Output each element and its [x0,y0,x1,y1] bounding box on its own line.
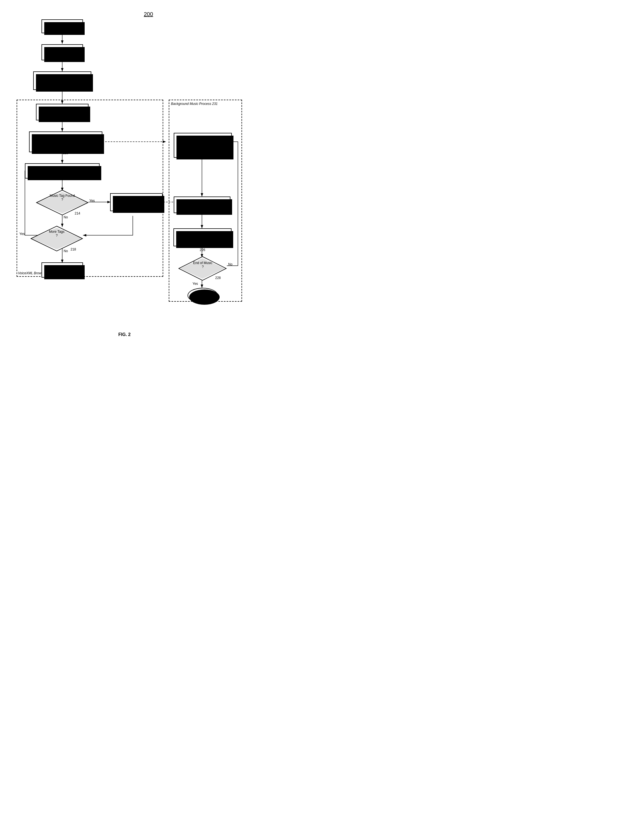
tag-reached-box: Tag Reached / Prompt Played 212 [25,163,100,179]
yes-label-more-tags: Yes [20,232,25,236]
music-tag-number: 214 [75,211,80,215]
end-of-music-text: End of Music ? [193,261,212,269]
music-tag-found-diamond: Music Tag Found ? 214 [36,190,88,216]
music-played-box: Music is Played in Background to User 22… [173,228,232,246]
end-of-music-diamond: End of Music ? 228 [179,256,227,281]
bg-music-label: Background Music Process 231 [171,102,218,106]
section-number: 200 [144,11,153,17]
more-tags-diamond: More Tags ? 218 [30,226,83,252]
midi-received-box: MIDI File Received by Score Manipulator … [174,133,232,158]
no-label-music-tag: No [64,215,68,219]
midi-chosen-box: MIDI Music is Chosen in Music Tag 210 [29,132,102,152]
yes-label-end-music: Yes [192,282,198,286]
music-tag-cmd-box: Music Tag Into Command 216 [110,193,163,211]
music-tag-found-text: Music Tag Found ? [50,194,75,202]
call-routed-box: Call Routed to VXML Application 206 [33,71,91,90]
yes-label-music-tag: Yes [89,199,95,203]
music-commands-mixed-box: Music Commands Mixed 224 [174,197,230,213]
call-hangup-box: Call Hang-Up 220 [41,262,83,277]
more-tags-text: More Tags ? [49,230,64,238]
figure-label: FIG. 2 [8,332,241,337]
vxml-parsed-box: VXML Document Parsed 208 [36,104,88,120]
finish-oval: Finish 230 [188,288,218,303]
no-label-end-music: No [228,262,232,266]
end-of-music-number: 228 [215,276,221,280]
user-calls-box: User Calls IVR 202 [41,20,83,33]
more-tags-number: 218 [71,247,76,251]
ivr-answers-box: IVR Answers Call 204 [41,44,83,60]
